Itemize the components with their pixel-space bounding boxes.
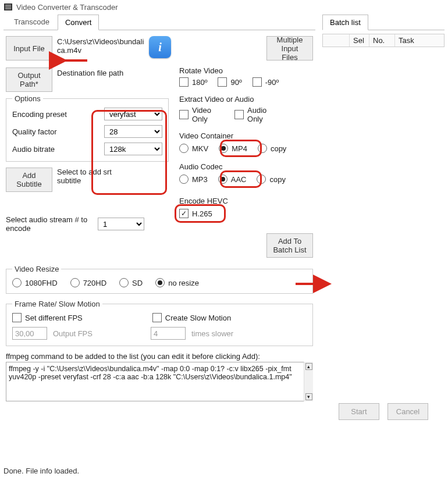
slow-factor-input[interactable]: 4: [151, 327, 186, 340]
multiple-input-files-button[interactable]: Multiple Input Files: [266, 36, 313, 61]
batch-col-task[interactable]: Task: [395, 34, 444, 47]
audio-bitrate-select[interactable]: 128k: [104, 143, 162, 155]
scroll-down-icon[interactable]: ▾: [305, 393, 312, 400]
resize-1080-radio[interactable]: [12, 278, 22, 287]
encode-hevc-label: Encode HEVC: [179, 197, 313, 205]
resize-none-label: no resize: [168, 279, 199, 287]
info-icon[interactable]: i: [149, 36, 171, 58]
rotate-90-label: 90º: [230, 78, 241, 87]
video-only-checkbox[interactable]: [179, 110, 189, 119]
tab-transcode[interactable]: Transcode: [7, 15, 56, 30]
h265-checkbox[interactable]: [179, 209, 189, 218]
batch-col-sel[interactable]: Sel: [350, 34, 369, 47]
cancel-button[interactable]: Cancel: [387, 403, 428, 420]
rotate-180-checkbox[interactable]: [179, 77, 189, 87]
codec-mp3-radio[interactable]: [179, 175, 189, 184]
extract-label: Extract Video or Audio: [179, 95, 313, 104]
slowmo-checkbox[interactable]: [152, 313, 162, 322]
codec-copy-label: copy: [269, 175, 285, 184]
window-title: Video Converter & Transcoder: [16, 3, 118, 12]
codec-aac-radio[interactable]: [218, 175, 227, 184]
encoding-preset-label: Encoding preset: [12, 110, 67, 119]
output-fps-label: Output FPS: [53, 329, 93, 338]
video-resize-legend: Video Resize: [12, 265, 61, 273]
batch-list-body: [322, 47, 445, 403]
batch-col-no[interactable]: No.: [369, 34, 395, 47]
tab-convert[interactable]: Convert: [58, 15, 99, 30]
svg-rect-3: [5, 8, 11, 9]
container-copy-label: copy: [271, 144, 286, 153]
audio-codec-label: Audio Codec: [179, 162, 313, 171]
resize-none-radio[interactable]: [155, 278, 165, 287]
add-to-batch-button[interactable]: Add To Batch List: [266, 233, 313, 258]
times-slower-label: times slower: [191, 329, 233, 338]
rotate-video-label: Rotate Video: [179, 66, 313, 75]
audio-stream-select[interactable]: 1: [98, 218, 144, 230]
audio-only-label: Audio Only: [247, 106, 266, 123]
subtitle-hint-label: Select to add srt subtitle: [57, 168, 133, 185]
audio-bitrate-label: Audio bitrate: [12, 145, 55, 154]
rotate-m90-label: -90º: [265, 78, 279, 87]
resize-720-radio[interactable]: [70, 278, 80, 287]
destination-path-label: Destination file path: [57, 67, 123, 77]
container-mp4-radio[interactable]: [219, 144, 228, 153]
container-mkv-radio[interactable]: [179, 144, 189, 153]
video-only-label: Video Only: [192, 106, 211, 123]
input-file-button[interactable]: Input File: [6, 36, 52, 61]
audio-only-checkbox[interactable]: [234, 110, 244, 119]
framerate-legend: Frame Rate/ Slow Motion: [12, 300, 102, 308]
start-button[interactable]: Start: [339, 403, 379, 420]
textarea-scrollbar[interactable]: ▴ ▾: [304, 362, 313, 401]
output-path-button[interactable]: Output Path*: [6, 67, 52, 92]
quality-factor-label: Quality factor: [12, 127, 57, 136]
set-fps-checkbox[interactable]: [12, 313, 22, 322]
h265-label: H.265: [192, 209, 212, 218]
resize-1080-label: 1080FHD: [25, 279, 58, 287]
codec-mp3-label: MP3: [192, 175, 208, 184]
app-icon: [3, 2, 13, 12]
ffmpeg-hint-label: ffmpeg command to be added to the list (…: [6, 352, 313, 361]
batch-list-header: Sel No. Task: [322, 34, 445, 47]
quality-factor-select[interactable]: 28: [104, 125, 162, 138]
codec-aac-label: AAC: [231, 175, 247, 184]
video-resize-group: Video Resize 1080FHD 720HD SD no resize: [6, 265, 313, 294]
audio-stream-label: Select audio stream # to encode: [6, 215, 93, 233]
resize-sd-label: SD: [132, 279, 143, 287]
rotate-90-checkbox[interactable]: [218, 77, 227, 87]
slowmo-label: Create Slow Motion: [165, 314, 231, 322]
titlebar: Video Converter & Transcoder: [0, 0, 448, 14]
output-fps-input[interactable]: 30,00: [12, 327, 47, 340]
rotate-180-label: 180º: [192, 78, 207, 87]
batch-col-blank[interactable]: [323, 34, 350, 47]
resize-720-label: 720HD: [83, 279, 106, 287]
framerate-group: Frame Rate/ Slow Motion Set different FP…: [6, 300, 313, 346]
rotate-m90-checkbox[interactable]: [253, 77, 262, 87]
ffmpeg-command-textarea[interactable]: ffmpeg -y -i "C:\Users\z\Videos\bundalic…: [6, 362, 304, 401]
resize-sd-radio[interactable]: [119, 278, 129, 287]
options-legend: Options: [12, 94, 43, 103]
set-fps-label: Set different FPS: [25, 314, 83, 322]
video-container-label: Video Container: [179, 131, 313, 140]
container-mkv-label: MKV: [192, 144, 208, 153]
scroll-up-icon[interactable]: ▴: [305, 363, 312, 370]
status-bar: Done. File info loaded.: [0, 462, 448, 480]
add-subtitle-button[interactable]: Add Subtitle: [6, 168, 52, 192]
svg-rect-2: [5, 6, 11, 8]
tab-batch-list[interactable]: Batch list: [322, 15, 368, 30]
options-group: Options Encoding preset veryfast Quality…: [6, 94, 169, 162]
encoding-preset-select[interactable]: veryfast: [104, 108, 162, 120]
svg-rect-1: [5, 5, 11, 6]
container-mp4-label: MP4: [232, 144, 247, 153]
container-copy-radio[interactable]: [258, 144, 267, 153]
batch-tabs: Batch list: [322, 14, 445, 30]
codec-copy-radio[interactable]: [257, 175, 266, 184]
input-file-path: C:\Users\z\Videos\bundalica.m4v: [57, 36, 144, 55]
main-tabs: Transcode Convert: [3, 14, 315, 30]
